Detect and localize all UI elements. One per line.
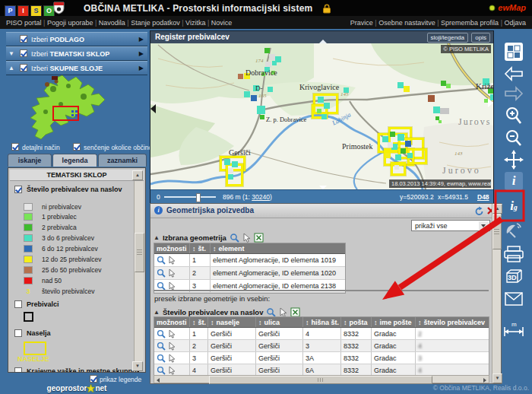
section-podlago[interactable]: Izberi PODLAGO ▶ — [6, 32, 147, 46]
panel-vertical-scrollbar[interactable]: ▲ ▼ — [492, 204, 501, 383]
expand-arrow-icon[interactable]: ▶ — [139, 50, 144, 57]
table-header-row: možnosti ↕št. ↕element — [154, 243, 345, 254]
menu-piso-portal[interactable]: PISO portal — [6, 19, 42, 27]
menu-pogoji[interactable]: Pogoji uporabe — [42, 19, 93, 27]
scroll-right-icon[interactable] — [483, 378, 486, 383]
panel-scrollbar-thumb[interactable] — [492, 214, 502, 249]
menu-profil[interactable]: Sprememba profila — [435, 19, 499, 27]
description-button[interactable]: opis — [471, 33, 490, 43]
table-row[interactable]: 2 element Aglomeracije, ID elementa 1020 — [154, 267, 345, 280]
mail-tool[interactable] — [505, 292, 523, 306]
detail-mode-checkbox[interactable] — [11, 143, 19, 151]
forward-arrow-icon[interactable] — [504, 86, 524, 101]
gps-dish-icon[interactable] — [504, 222, 524, 239]
zoom-row-icon[interactable] — [157, 256, 166, 265]
legend-swatch — [24, 277, 33, 284]
legend-scroll-down-button[interactable]: ▼ — [132, 361, 143, 371]
select-row-icon[interactable] — [168, 268, 176, 278]
datum-link[interactable]: D48 — [477, 193, 489, 201]
zoom-row-icon[interactable] — [157, 354, 166, 363]
select-row-icon[interactable] — [168, 366, 176, 375]
geometry-query-tool[interactable]: ig — [505, 195, 523, 217]
municipality-overview-map[interactable] — [8, 74, 144, 141]
ewmap-icon — [489, 5, 496, 11]
zoom-to-icon[interactable] — [230, 233, 239, 243]
query-panel-header[interactable]: i Geometrijska poizvedba — [150, 204, 501, 218]
horizontal-scrollbar-thumb[interactable] — [209, 376, 432, 384]
zoom-row-icon[interactable] — [157, 342, 166, 351]
show-legend-checkbox[interactable] — [90, 375, 97, 383]
menu-vizitka[interactable]: Vizitka — [180, 19, 206, 27]
back-arrow-icon[interactable] — [504, 66, 524, 81]
menu-stanje[interactable]: Stanje podatkov — [125, 19, 180, 27]
panel-collapse-handle-right[interactable] — [488, 98, 493, 107]
table-row[interactable]: 2 Geršiči Geršiči 3 8332 Gradac 4 — [154, 340, 489, 352]
legend-scrollbar-thumb[interactable] — [135, 233, 144, 272]
dropdown-arrow-icon[interactable] — [479, 221, 489, 230]
select-row-icon[interactable] — [168, 256, 176, 265]
zoom-row-icon[interactable] — [157, 366, 166, 375]
scroll-left-icon[interactable] — [157, 378, 160, 383]
shading-checkbox[interactable] — [73, 143, 81, 151]
select-row-icon[interactable] — [168, 354, 176, 363]
map-canvas[interactable]: Dobravice D- Z. p. Dobravice Geršiči Kri… — [150, 43, 493, 189]
tematski-checkbox[interactable] — [20, 49, 27, 57]
select-row-icon[interactable] — [168, 329, 176, 338]
pan-tool[interactable] — [504, 150, 524, 170]
panel-collapse-handle-left[interactable] — [150, 104, 156, 113]
zoom-out-tool[interactable] — [505, 129, 522, 148]
legend-scroll-up-button[interactable]: ▲ — [132, 170, 143, 180]
tab-zaznamki[interactable]: zaznamki — [98, 154, 147, 167]
3d-view-tool[interactable]: 3D — [504, 268, 524, 286]
col-st[interactable]: ↕št. — [190, 243, 211, 253]
menu-odjava[interactable]: Odjava — [499, 19, 526, 27]
tab-legenda[interactable]: legenda — [52, 154, 97, 167]
expand-arrow-icon[interactable]: ▶ — [139, 36, 144, 43]
menu-pravice[interactable]: Pravice — [350, 19, 373, 27]
identify-tool[interactable]: i — [505, 172, 523, 190]
panel-scroll-up-button[interactable]: ▲ — [492, 204, 502, 214]
table-row[interactable]: 1 Geršiči Geršiči 4 8332 Gradac 2 — [154, 328, 489, 340]
layer1-checkbox[interactable] — [14, 186, 22, 193]
scale-slider-track[interactable] — [164, 196, 216, 198]
tab-iskanje[interactable]: iskanje — [8, 154, 52, 167]
panel-scroll-down-button[interactable]: ▼ — [492, 373, 502, 383]
table-row[interactable]: 1 element Aglomeracije, ID elementa 1019 — [154, 254, 345, 267]
filter-dropdown[interactable]: prikaži vse — [411, 220, 490, 231]
legend-scrollbar[interactable] — [134, 181, 144, 362]
refresh-icon[interactable] — [474, 206, 484, 216]
scale-value-link[interactable]: 30240 — [252, 193, 270, 201]
menu-novice[interactable]: Novice — [205, 19, 232, 27]
podlago-checkbox[interactable] — [20, 35, 27, 43]
expand-arrow-icon[interactable]: ▶ — [139, 65, 144, 71]
menu-navodila[interactable]: Navodila — [93, 19, 125, 27]
population-square — [397, 82, 404, 88]
layer3-checkbox[interactable] — [14, 329, 22, 337]
menu-nastavitve[interactable]: Osebne nastavitve — [373, 19, 435, 27]
layer2-label: Prebivalci — [27, 300, 59, 308]
section-tematski-sklop[interactable]: ▼ Izberi TEMATSKI SKLOP ▶ — [6, 46, 147, 61]
print-tool[interactable] — [503, 245, 524, 263]
layers-legend-button[interactable]: sloji/legenda — [427, 33, 468, 43]
collapse-icon[interactable]: ▲ — [154, 234, 160, 241]
overview-map-tool[interactable] — [504, 42, 524, 62]
table-row[interactable]: 4 Geršiči Geršiči 6A 8332 Gradac 4 — [154, 364, 489, 375]
zoom-row-icon[interactable] — [157, 268, 166, 278]
layer4-checkbox[interactable] — [14, 367, 22, 373]
col-moznosti[interactable]: možnosti — [154, 243, 190, 253]
col-element[interactable]: ↕element — [211, 243, 345, 253]
table-row[interactable]: 3 Geršiči Geršiči 3A 8332 Gradac 3 — [154, 352, 489, 364]
measure-tool[interactable]: m — [502, 323, 525, 338]
skupni-checkbox[interactable] — [20, 64, 27, 71]
export-icon[interactable] — [254, 233, 264, 243]
zoom-row-icon[interactable] — [157, 329, 166, 338]
select-row-icon[interactable] — [168, 342, 176, 351]
layer2-checkbox[interactable] — [14, 300, 22, 308]
zoom-in-tool[interactable] — [505, 106, 522, 126]
horizontal-scrollbar[interactable] — [154, 375, 489, 383]
scale-slider-thumb[interactable] — [196, 193, 201, 202]
collapse-icon[interactable]: ▲ — [154, 309, 160, 316]
select-cursor-icon[interactable] — [242, 233, 251, 243]
geoprostor-logo[interactable]: geoprostornet — [8, 384, 146, 392]
map-label-gersici: Geršiči — [229, 148, 251, 157]
